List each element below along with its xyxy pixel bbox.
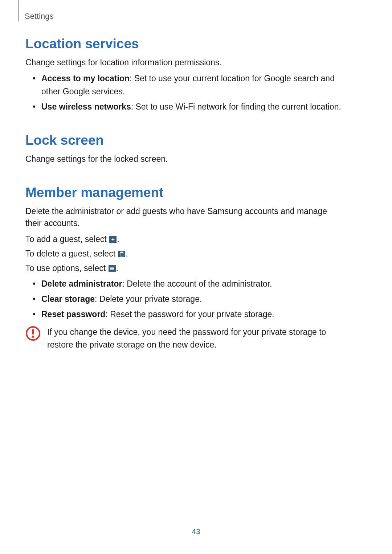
list-item-desc: : Reset the password for your private st…	[105, 309, 274, 319]
trash-icon	[118, 251, 125, 257]
section-desc-lock-screen: Change settings for the locked screen.	[25, 153, 345, 165]
list-item-label: Clear storage	[41, 294, 95, 304]
header-divider	[18, 0, 19, 21]
page-number: 43	[0, 527, 392, 536]
caution-icon	[25, 326, 41, 341]
text-segment: To delete a guest, select	[25, 249, 118, 258]
list-item: Delete administrator: Delete the account…	[36, 278, 345, 291]
plus-glyph: +	[111, 237, 114, 242]
section-desc-location-services: Change settings for location information…	[25, 57, 345, 69]
trash-svg	[119, 251, 124, 257]
text-segment: .	[116, 263, 118, 273]
list-item-desc: : Set to use Wi-Fi network for finding t…	[131, 102, 341, 111]
caution-text: If you change the device, you need the p…	[47, 326, 345, 351]
text-segment: .	[117, 234, 119, 244]
section-title-lock-screen: Lock screen	[25, 133, 345, 148]
list-item-label: Use wireless networks	[41, 102, 131, 111]
page-content: Location services Change settings for lo…	[25, 36, 345, 351]
add-icon: +	[109, 236, 117, 243]
add-guest-instruction: To add a guest, select +.	[25, 233, 345, 246]
list-item-label: Reset password	[41, 309, 105, 319]
delete-guest-instruction: To delete a guest, select .	[25, 247, 345, 260]
list-item-desc: : Delete your private storage.	[95, 294, 202, 304]
header-breadcrumb: Settings	[25, 12, 54, 21]
list-item-label: Access to my location	[41, 74, 130, 83]
section-title-member-management: Member management	[25, 185, 345, 200]
list-item: Clear storage: Delete your private stora…	[36, 293, 345, 306]
caution-note: If you change the device, you need the p…	[25, 326, 345, 351]
svg-point-10	[32, 336, 34, 338]
list-svg	[110, 266, 115, 271]
svg-rect-0	[120, 253, 123, 256]
text-segment: To use options, select	[25, 263, 108, 273]
list-item: Reset password: Reset the password for y…	[36, 308, 345, 321]
text-segment: .	[126, 249, 128, 258]
list-item: Access to my location: Set to use your c…	[36, 72, 345, 98]
section-title-location-services: Location services	[25, 36, 345, 52]
section-desc-member-management: Delete the administrator or add guests w…	[25, 205, 345, 230]
list-icon	[109, 265, 116, 272]
location-services-list: Access to my location: Set to use your c…	[25, 72, 345, 113]
list-item-desc: : Delete the account of the administrato…	[122, 279, 272, 288]
svg-rect-4	[121, 252, 122, 253]
use-options-instruction: To use options, select .	[25, 262, 345, 275]
text-segment: To add a guest, select	[25, 234, 109, 244]
list-item-label: Delete administrator	[41, 279, 122, 288]
member-management-options-list: Delete administrator: Delete the account…	[25, 278, 345, 321]
svg-rect-9	[32, 329, 34, 335]
list-item: Use wireless networks: Set to use Wi-Fi …	[36, 100, 345, 114]
